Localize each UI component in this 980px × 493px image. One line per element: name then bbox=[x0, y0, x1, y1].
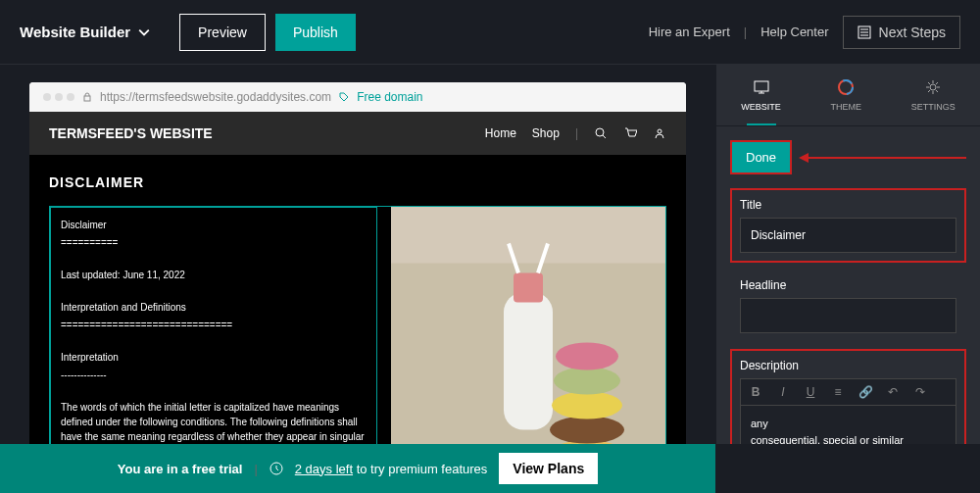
underline-icon[interactable]: U bbox=[802, 385, 819, 399]
cart-icon[interactable] bbox=[623, 126, 637, 140]
clock-icon bbox=[270, 462, 283, 475]
done-button[interactable]: Done bbox=[730, 140, 792, 174]
svg-rect-13 bbox=[755, 81, 768, 91]
trial-bar: You are in a free trial | 2 days left to… bbox=[0, 444, 715, 493]
hire-expert-link[interactable]: Hire an Expert bbox=[649, 25, 730, 39]
checklist-icon bbox=[858, 25, 871, 39]
list-icon[interactable]: ≡ bbox=[829, 385, 847, 399]
svg-point-3 bbox=[658, 129, 662, 133]
redo-icon[interactable]: ↷ bbox=[911, 385, 929, 399]
title-input[interactable] bbox=[740, 218, 956, 253]
tag-icon bbox=[339, 92, 349, 102]
preview-button[interactable]: Preview bbox=[179, 14, 266, 51]
svg-point-10 bbox=[554, 368, 620, 395]
search-icon[interactable] bbox=[594, 126, 608, 140]
tab-theme[interactable]: THEME bbox=[831, 78, 862, 112]
content-text[interactable]: Disclaimer ========== Last updated: June… bbox=[50, 207, 377, 444]
lock-icon bbox=[82, 92, 92, 102]
italic-icon[interactable]: I bbox=[774, 385, 792, 399]
svg-rect-6 bbox=[514, 273, 543, 303]
tab-settings[interactable]: SETTINGS bbox=[911, 78, 956, 112]
headline-label: Headline bbox=[740, 278, 956, 292]
undo-icon[interactable]: ↶ bbox=[884, 385, 902, 399]
svg-rect-1 bbox=[84, 96, 90, 101]
next-steps-button[interactable]: Next Steps bbox=[843, 16, 960, 49]
free-domain-link[interactable]: Free domain bbox=[357, 90, 422, 104]
page-title: DISCLAIMER bbox=[49, 174, 666, 190]
svg-point-2 bbox=[596, 128, 604, 136]
link-icon[interactable]: 🔗 bbox=[857, 385, 874, 399]
svg-point-9 bbox=[552, 392, 622, 419]
user-icon[interactable] bbox=[653, 126, 666, 140]
nav-home[interactable]: Home bbox=[485, 126, 516, 140]
gear-icon bbox=[924, 78, 942, 96]
svg-point-8 bbox=[550, 417, 624, 444]
help-center-link[interactable]: Help Center bbox=[760, 25, 828, 39]
svg-point-16 bbox=[930, 84, 936, 90]
chevron-down-icon bbox=[138, 26, 150, 38]
description-label: Description bbox=[740, 359, 956, 372]
tab-website[interactable]: WEBSITE bbox=[741, 78, 781, 112]
url-bar: https://termsfeedswebsite.godaddysites.c… bbox=[29, 82, 686, 112]
publish-button[interactable]: Publish bbox=[275, 14, 356, 51]
content-image[interactable] bbox=[391, 207, 665, 444]
headline-input[interactable] bbox=[740, 298, 956, 333]
description-input[interactable]: any consequential, special or similar da… bbox=[740, 405, 956, 444]
bold-icon[interactable]: B bbox=[747, 385, 764, 399]
editor-toolbar: B I U ≡ 🔗 ↶ ↷ bbox=[740, 378, 956, 405]
brand[interactable]: Website Builder bbox=[20, 24, 150, 40]
title-label: Title bbox=[740, 198, 956, 212]
site-title: TERMSFEED'S WEBSITE bbox=[49, 125, 213, 141]
website-icon bbox=[753, 78, 770, 96]
annotation-arrow bbox=[802, 157, 966, 159]
svg-point-11 bbox=[556, 343, 618, 370]
nav-shop[interactable]: Shop bbox=[532, 126, 560, 140]
view-plans-button[interactable]: View Plans bbox=[499, 453, 598, 484]
theme-icon bbox=[837, 78, 855, 96]
svg-rect-5 bbox=[504, 293, 553, 430]
